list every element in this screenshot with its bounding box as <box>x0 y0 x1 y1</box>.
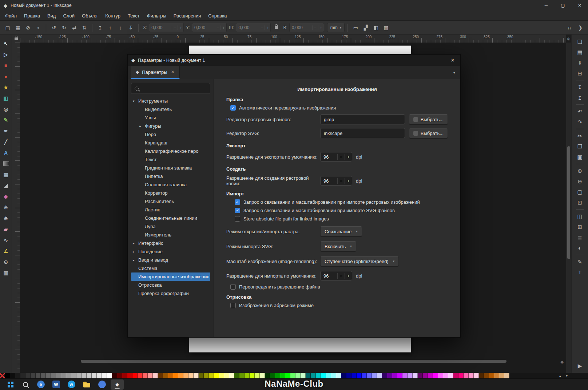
unit-dropdown[interactable]: mm ▾ <box>327 23 345 32</box>
minimize-button[interactable]: ─ <box>538 0 555 11</box>
svg-editor-choose-button[interactable]: Выбрать... <box>409 128 448 138</box>
palette-swatch[interactable] <box>453 373 458 378</box>
palette-swatch[interactable] <box>285 373 290 378</box>
palette-swatch[interactable] <box>357 373 362 378</box>
palette-swatch[interactable] <box>15 373 20 378</box>
menu-item-2[interactable]: Вид <box>44 12 60 20</box>
taskbar-search-button[interactable] <box>19 379 32 390</box>
tree-expander-icon[interactable]: ▸ <box>139 124 145 128</box>
store-abs-path-checkbox[interactable] <box>235 216 240 222</box>
palette-swatch[interactable] <box>316 373 321 378</box>
palette-swatch[interactable] <box>469 373 474 378</box>
rotate-cw-button[interactable]: ↻ <box>59 23 69 32</box>
pref-tree-item-16[interactable]: Измеритель <box>131 231 210 239</box>
rotate-ccw-button[interactable]: ↺ <box>49 23 59 32</box>
import-dpi-spinbox[interactable]: 96 − + <box>320 271 352 280</box>
palette-swatch[interactable] <box>418 373 423 378</box>
palette-swatch[interactable] <box>255 373 260 378</box>
snap-toggle-button[interactable]: ∩ <box>565 23 574 32</box>
pref-tree-item-19[interactable]: ▸Ввод и вывод <box>131 256 210 264</box>
fill-stroke-dialog-button[interactable]: ◐ <box>575 243 585 253</box>
dropper-tool-button[interactable]: ◢ <box>1 180 11 191</box>
vertical-scrollbar[interactable] <box>566 43 571 373</box>
palette-swatch[interactable] <box>20 373 25 378</box>
panel-expander-button[interactable]: ▶ <box>575 361 585 371</box>
palette-swatch[interactable] <box>377 373 382 378</box>
palette-swatch[interactable] <box>484 373 489 378</box>
raise-to-top-button[interactable]: ↥ <box>95 23 105 32</box>
palette-swatch[interactable] <box>173 373 178 378</box>
palette-swatch[interactable] <box>178 373 183 378</box>
palette-swatch[interactable] <box>408 373 413 378</box>
pref-tree-item-23[interactable]: Проверка орфографии <box>131 289 210 298</box>
flip-horizontal-button[interactable]: ⇄ <box>69 23 79 32</box>
flip-vertical-button[interactable]: ⇅ <box>80 23 89 32</box>
palette-swatch[interactable] <box>127 373 132 378</box>
selector-tool-button[interactable]: ↖ <box>1 38 11 49</box>
ellipse-tool-button[interactable]: ● <box>1 71 11 81</box>
pref-tree-item-0[interactable]: ▾Инструменты <box>131 97 210 105</box>
pref-tree-item-17[interactable]: ▸Интерфейс <box>131 239 210 247</box>
palette-swatch[interactable] <box>295 373 301 378</box>
palette-swatch[interactable] <box>46 373 51 378</box>
text-and-font-dialog-button[interactable]: T <box>575 267 585 277</box>
palette-swatch[interactable] <box>56 373 61 378</box>
pages-tool-button[interactable]: ▥ <box>1 267 11 278</box>
pref-tree-item-10[interactable]: Сплошная заливка <box>131 180 210 189</box>
pref-tree-item-2[interactable]: Узлы <box>131 114 210 122</box>
lower-button[interactable]: ↓ <box>116 23 125 32</box>
palette-swatch[interactable] <box>5 373 10 378</box>
height-field[interactable]: 0,000 − + <box>289 23 324 32</box>
menu-item-7[interactable]: Фильтры <box>143 12 170 20</box>
pref-tree-item-22[interactable]: Отрисовка <box>131 281 210 289</box>
palette-swatch[interactable] <box>224 373 229 378</box>
create-dpi-decrement-button[interactable]: − <box>337 178 345 184</box>
palette-swatch[interactable] <box>341 373 346 378</box>
vertical-ruler[interactable] <box>12 43 20 373</box>
tree-expander-icon[interactable]: ▸ <box>133 258 138 262</box>
tree-expander-icon[interactable]: ▸ <box>133 242 138 245</box>
palette-swatch[interactable] <box>102 373 107 378</box>
palette-swatch[interactable] <box>245 373 250 378</box>
palette-swatch[interactable] <box>499 373 504 378</box>
palette-swatch[interactable] <box>122 373 127 378</box>
ask-svg-checkbox[interactable]: ✓ <box>235 208 240 213</box>
x-decrement-button[interactable]: − <box>172 25 178 30</box>
palette-swatch[interactable] <box>61 373 66 378</box>
palette-swatch[interactable] <box>188 373 194 378</box>
connector-tool-button[interactable]: ∿ <box>1 235 11 245</box>
palette-swatch[interactable] <box>158 373 163 378</box>
palette-swatch[interactable] <box>367 373 372 378</box>
tree-expander-icon[interactable]: ▾ <box>133 99 138 103</box>
palette-swatch[interactable] <box>112 373 117 378</box>
palette-swatch[interactable] <box>168 373 173 378</box>
color-managed-view-icon[interactable]: ❖ <box>560 360 564 365</box>
palette-swatch[interactable] <box>153 373 158 378</box>
dialog-close-button[interactable]: ✕ <box>445 55 460 66</box>
tree-expander-icon[interactable]: ▸ <box>133 250 138 254</box>
palette-swatch[interactable] <box>433 373 438 378</box>
palette-swatch[interactable] <box>265 373 270 378</box>
palette-swatch[interactable] <box>336 373 341 378</box>
taskbar-start-button[interactable] <box>4 379 17 390</box>
palette-swatch[interactable] <box>41 373 46 378</box>
zoom-tool-button[interactable]: ⊙ <box>1 256 11 267</box>
spray-tool-button[interactable]: ✵ <box>1 213 11 223</box>
raise-button[interactable]: ↑ <box>106 23 115 32</box>
undo-button[interactable]: ↶ <box>575 107 585 116</box>
palette-swatch[interactable] <box>36 373 41 378</box>
svg-editor-input[interactable]: inkscape <box>320 128 405 138</box>
palette-swatch[interactable] <box>413 373 418 378</box>
zoom-drawing-button[interactable]: ⊡ <box>575 198 585 207</box>
palette-swatch[interactable] <box>31 373 36 378</box>
create-dpi-increment-button[interactable]: + <box>345 178 352 184</box>
search-input[interactable] <box>131 83 210 94</box>
create-dpi-spinbox[interactable]: 96 − + <box>320 176 352 186</box>
pref-tree-item-14[interactable]: Соединительные линии <box>131 214 210 222</box>
zoom-out-button[interactable]: ⊖ <box>575 176 585 186</box>
gradient-tool-button[interactable] <box>1 158 11 169</box>
maximize-button[interactable]: ▢ <box>555 0 571 11</box>
bitmap-editor-choose-button[interactable]: Выбрать... <box>409 114 448 124</box>
height-decrement-button[interactable]: − <box>312 25 318 30</box>
eraser-tool-button[interactable]: ▰ <box>1 224 11 234</box>
